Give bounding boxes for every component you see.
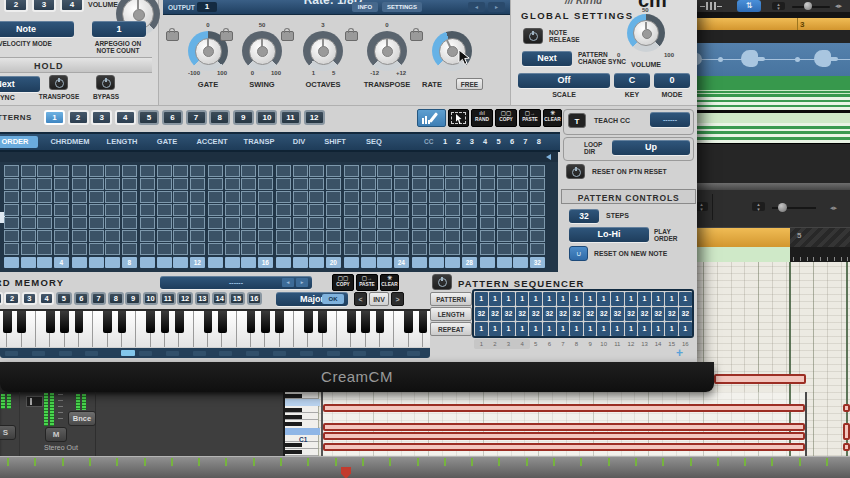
grid-cell[interactable] bbox=[309, 217, 324, 229]
grid-cell[interactable] bbox=[412, 165, 427, 177]
grid-cell[interactable] bbox=[225, 204, 240, 216]
chord-slot-3[interactable]: 3 bbox=[22, 292, 38, 305]
grid-cell[interactable] bbox=[276, 204, 291, 216]
grid-cell[interactable] bbox=[208, 230, 223, 242]
grid-cell[interactable] bbox=[4, 165, 19, 177]
active-range-segment[interactable] bbox=[121, 350, 135, 356]
knob-octaves[interactable] bbox=[303, 31, 343, 71]
chord-ok-button[interactable]: OK bbox=[322, 294, 344, 304]
grid-cell[interactable] bbox=[394, 204, 409, 216]
grid-cell[interactable] bbox=[122, 217, 137, 229]
black-key[interactable] bbox=[161, 311, 170, 333]
grid-cell[interactable] bbox=[309, 243, 324, 255]
cc-number-3[interactable]: 3 bbox=[466, 137, 478, 146]
grid-cell[interactable] bbox=[513, 191, 528, 203]
grid-cell[interactable] bbox=[37, 204, 52, 216]
grid-cell[interactable] bbox=[344, 243, 359, 255]
tab-order[interactable]: ORDER bbox=[0, 136, 38, 148]
grid-step-number[interactable]: 8 bbox=[122, 257, 137, 268]
grid-cell[interactable] bbox=[394, 230, 409, 242]
grid-step-number[interactable]: 16 bbox=[258, 257, 273, 268]
grid-cell[interactable] bbox=[480, 204, 495, 216]
grid-cell[interactable] bbox=[412, 204, 427, 216]
grid-cell[interactable] bbox=[445, 204, 460, 216]
grid-cell[interactable] bbox=[89, 178, 104, 190]
black-key[interactable] bbox=[103, 311, 112, 333]
grid-step-number[interactable] bbox=[173, 257, 188, 268]
grid-cell[interactable] bbox=[208, 204, 223, 216]
grid-cell[interactable] bbox=[497, 204, 512, 216]
cc-number-4[interactable]: 4 bbox=[479, 137, 491, 146]
grid-cell[interactable] bbox=[54, 191, 69, 203]
chord-slot-11[interactable]: 11 bbox=[160, 292, 176, 305]
black-key[interactable] bbox=[347, 311, 356, 333]
editor-slider-thumb[interactable] bbox=[778, 203, 787, 212]
grid-step-number[interactable] bbox=[445, 257, 460, 268]
seq-add-button[interactable]: + bbox=[676, 346, 683, 360]
chord-slot-1[interactable]: 1 bbox=[0, 292, 3, 305]
grid-cell[interactable] bbox=[72, 217, 87, 229]
tab-shift[interactable]: SHIFT bbox=[316, 136, 354, 148]
grid-cell[interactable] bbox=[105, 165, 120, 177]
range-segment[interactable] bbox=[273, 351, 286, 356]
grid-cell[interactable] bbox=[480, 217, 495, 229]
grid-step-number[interactable]: 32 bbox=[530, 257, 545, 268]
grid-cell[interactable] bbox=[309, 204, 324, 216]
grid-step-number[interactable] bbox=[4, 257, 19, 268]
black-key[interactable] bbox=[275, 311, 284, 333]
pattern-select-button-2[interactable]: 2 bbox=[68, 110, 89, 125]
grid-cell[interactable] bbox=[105, 178, 120, 190]
keyboard-range-strip[interactable] bbox=[0, 348, 430, 358]
midi-note[interactable] bbox=[323, 404, 805, 412]
grid-cell[interactable] bbox=[394, 191, 409, 203]
grid-cell[interactable] bbox=[429, 204, 444, 216]
grid-cell[interactable] bbox=[361, 191, 376, 203]
grid-cell[interactable] bbox=[258, 230, 273, 242]
grid-cell[interactable] bbox=[309, 230, 324, 242]
editor-ruler-cycle[interactable] bbox=[690, 227, 790, 248]
tab-length[interactable]: LENGTH bbox=[100, 136, 144, 148]
grid-cell[interactable] bbox=[326, 230, 341, 242]
grid-cell[interactable] bbox=[140, 243, 155, 255]
select-tool-button[interactable] bbox=[448, 109, 469, 127]
grid-cell[interactable] bbox=[225, 243, 240, 255]
grid-cell[interactable] bbox=[344, 191, 359, 203]
grid-cell[interactable] bbox=[429, 178, 444, 190]
grid-cell[interactable] bbox=[21, 243, 36, 255]
grid-step-number[interactable] bbox=[361, 257, 376, 268]
grid-cell[interactable] bbox=[140, 230, 155, 242]
grid-step-number[interactable] bbox=[412, 257, 427, 268]
grid-cell[interactable] bbox=[173, 204, 188, 216]
grid-cell[interactable] bbox=[157, 178, 172, 190]
black-key[interactable] bbox=[175, 311, 184, 333]
grid-cell[interactable] bbox=[54, 230, 69, 242]
note-release-button[interactable] bbox=[523, 28, 543, 44]
black-key-stub[interactable] bbox=[285, 415, 302, 419]
chord-slot-5[interactable]: 5 bbox=[56, 292, 72, 305]
black-key[interactable] bbox=[304, 311, 313, 333]
window-divider[interactable] bbox=[690, 183, 850, 190]
grid-cell[interactable] bbox=[157, 204, 172, 216]
range-segment[interactable] bbox=[166, 351, 179, 356]
grid-cell[interactable] bbox=[344, 204, 359, 216]
mode-select[interactable]: 0 bbox=[654, 73, 690, 88]
grid-cell[interactable] bbox=[462, 191, 477, 203]
black-key[interactable] bbox=[261, 311, 270, 333]
preset-prev-arrow[interactable]: ◂ bbox=[282, 278, 294, 287]
grid-step-number[interactable] bbox=[105, 257, 120, 268]
plugin-titlebar[interactable]: CreamCM bbox=[0, 362, 714, 392]
grid-cell[interactable] bbox=[140, 217, 155, 229]
grid-cell[interactable] bbox=[344, 217, 359, 229]
grid-cell[interactable] bbox=[480, 243, 495, 255]
knob-lock-icon[interactable] bbox=[166, 31, 179, 41]
grid-cell[interactable] bbox=[429, 217, 444, 229]
grid-cell[interactable] bbox=[122, 178, 137, 190]
pattern-select-button-9[interactable]: 9 bbox=[233, 110, 254, 125]
grid-cell[interactable] bbox=[497, 230, 512, 242]
grid-cell[interactable] bbox=[54, 178, 69, 190]
rate-free-button[interactable]: FREE bbox=[456, 78, 483, 90]
grid-cell[interactable] bbox=[208, 191, 223, 203]
reset-new-note-checkbox[interactable]: ∪ bbox=[569, 246, 588, 261]
grid-step-number[interactable] bbox=[429, 257, 444, 268]
midi-region-notes[interactable] bbox=[690, 97, 850, 110]
